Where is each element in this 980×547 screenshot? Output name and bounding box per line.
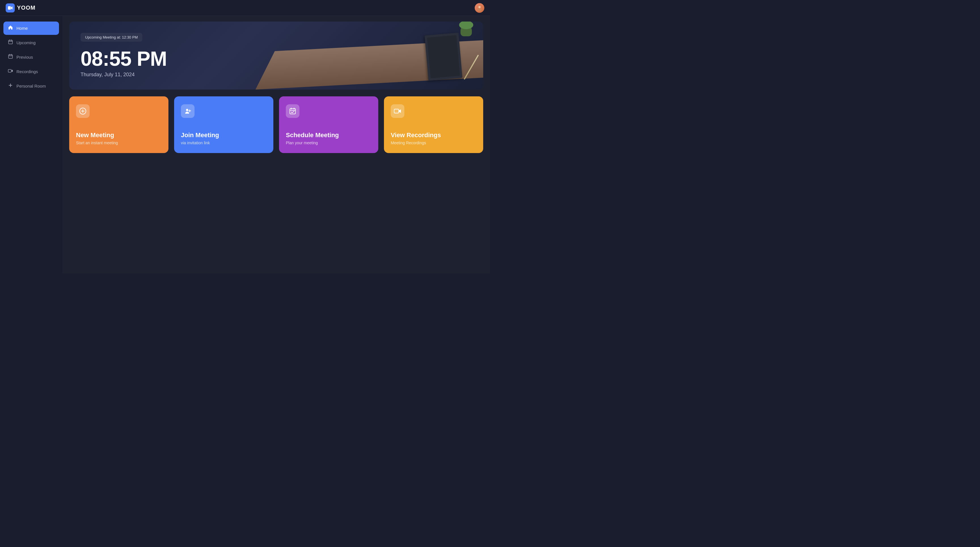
plant-decoration <box>460 25 472 36</box>
svg-rect-0 <box>8 6 11 10</box>
avatar[interactable] <box>475 3 484 13</box>
plus-circle-icon <box>79 108 86 115</box>
svg-marker-27 <box>399 109 401 113</box>
new-meeting-icon-wrap <box>76 104 90 118</box>
logo: YOOM <box>6 3 35 13</box>
calendar-icon <box>8 40 13 46</box>
new-meeting-card[interactable]: New Meeting Start an instant meeting <box>69 97 169 153</box>
new-meeting-title: New Meeting <box>76 132 162 139</box>
calendar-check-icon <box>289 108 296 115</box>
svg-point-3 <box>477 8 482 11</box>
topbar: YOOM <box>0 0 490 16</box>
join-meeting-card[interactable]: Join Meeting via invitation link <box>174 97 274 153</box>
join-meeting-subtitle: via invitation link <box>181 141 267 145</box>
sidebar-item-home[interactable]: Home <box>3 22 59 35</box>
sidebar-item-personal-room[interactable]: Personal Room <box>3 79 59 93</box>
svg-rect-4 <box>8 40 13 44</box>
logo-text: YOOM <box>17 5 35 11</box>
schedule-meeting-card-content: Schedule Meeting Plan your meeting <box>286 120 371 145</box>
schedule-meeting-icon-wrap <box>286 104 299 118</box>
svg-point-2 <box>478 6 480 8</box>
svg-rect-8 <box>8 55 13 59</box>
svg-point-19 <box>186 109 188 111</box>
schedule-meeting-subtitle: Plan your meeting <box>286 141 371 145</box>
sidebar-item-recordings-label: Recordings <box>16 69 38 74</box>
schedule-meeting-card[interactable]: Schedule Meeting Plan your meeting <box>279 97 378 153</box>
sidebar-item-upcoming[interactable]: Upcoming <box>3 36 59 49</box>
sidebar-item-home-label: Home <box>16 26 28 31</box>
svg-rect-26 <box>394 109 399 113</box>
new-meeting-subtitle: Start an instant meeting <box>76 141 162 145</box>
view-recordings-subtitle: Meeting Recordings <box>391 141 476 145</box>
new-meeting-card-content: New Meeting Start an instant meeting <box>76 120 162 145</box>
join-meeting-title: Join Meeting <box>181 132 267 139</box>
sidebar-item-previous[interactable]: Previous <box>3 51 59 64</box>
sidebar-item-recordings[interactable]: Recordings <box>3 65 59 78</box>
view-recordings-card-content: View Recordings Meeting Recordings <box>391 120 476 145</box>
current-date: Thursday, July 11, 2024 <box>81 72 472 78</box>
person-plus-icon <box>184 108 191 115</box>
action-cards-grid: New Meeting Start an instant meeting Joi… <box>69 97 483 153</box>
video-camera-icon <box>394 108 401 115</box>
sidebar-item-previous-label: Previous <box>16 55 33 60</box>
upcoming-meeting-badge: Upcoming Meeting at: 12:30 PM <box>81 33 142 42</box>
svg-rect-22 <box>290 109 296 114</box>
logo-icon <box>6 3 15 13</box>
current-time: 08:55 PM <box>81 48 472 69</box>
view-recordings-icon-wrap <box>391 104 404 118</box>
sidebar: Home Upcoming Pr <box>0 16 62 274</box>
main-layout: Home Upcoming Pr <box>0 16 490 274</box>
sidebar-item-upcoming-label: Upcoming <box>16 40 36 45</box>
main-content: Upcoming Meeting at: 12:30 PM 08:55 PM T… <box>62 16 490 274</box>
video-icon <box>8 68 13 75</box>
svg-marker-1 <box>11 6 13 10</box>
view-recordings-card[interactable]: View Recordings Meeting Recordings <box>384 97 483 153</box>
plus-icon <box>8 83 13 89</box>
hero-banner: Upcoming Meeting at: 12:30 PM 08:55 PM T… <box>69 22 483 90</box>
schedule-meeting-title: Schedule Meeting <box>286 132 371 139</box>
home-icon <box>8 25 13 32</box>
svg-marker-13 <box>12 70 13 72</box>
svg-rect-12 <box>8 70 11 72</box>
clock-icon <box>8 54 13 60</box>
join-meeting-card-content: Join Meeting via invitation link <box>181 120 267 145</box>
sidebar-item-personal-room-label: Personal Room <box>16 84 46 89</box>
view-recordings-title: View Recordings <box>391 132 476 139</box>
join-meeting-icon-wrap <box>181 104 194 118</box>
